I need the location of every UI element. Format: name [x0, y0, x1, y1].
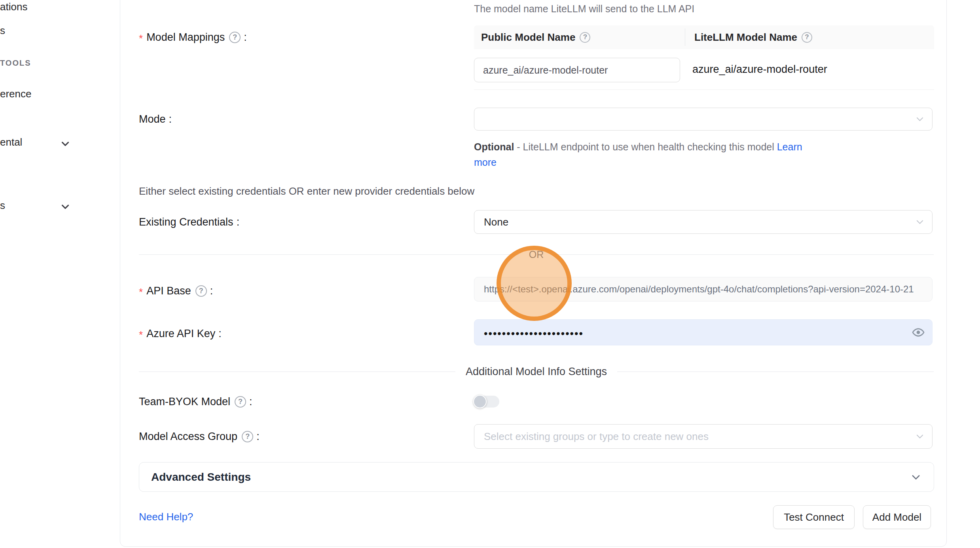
mode-select[interactable] [474, 108, 933, 131]
chevron-down-icon [915, 431, 925, 442]
table-row-divider [474, 89, 934, 90]
team-byok-label: Team-BYOK Model ? : [139, 396, 252, 408]
help-question-icon[interactable]: ? [580, 32, 590, 43]
add-model-button[interactable]: Add Model [863, 505, 931, 529]
column-divider [685, 28, 685, 46]
help-question-icon[interactable]: ? [235, 396, 246, 408]
chevron-down-icon[interactable] [59, 138, 71, 151]
model-access-group-input[interactable] [474, 425, 932, 448]
additional-info-divider: Additional Model Info Settings [139, 366, 934, 378]
toggle-knob [473, 395, 487, 408]
help-question-icon[interactable]: ? [195, 285, 207, 297]
required-asterisk: * [139, 284, 143, 298]
masked-password: •••••••••••••••••••••• [484, 326, 584, 339]
api-base-field[interactable]: https://<test>.openai.azure.com/openai/d… [474, 277, 933, 301]
add-model-page: ations s TOOLS erence ental s The model … [0, 0, 980, 548]
help-question-icon[interactable]: ? [802, 32, 812, 43]
azure-api-key-label: * Azure API Key : [139, 326, 222, 341]
public-model-name-input[interactable] [474, 58, 680, 82]
existing-credentials-label: Existing Credentials : [139, 216, 239, 228]
help-question-icon[interactable]: ? [229, 32, 241, 43]
sidebar-item[interactable]: erence [0, 88, 32, 100]
sidebar-section-label: TOOLS [0, 59, 31, 68]
team-byok-toggle[interactable] [474, 396, 499, 408]
existing-credentials-select[interactable]: None [474, 210, 933, 234]
mode-helper-text: Optional - LiteLLM endpoint to use when … [474, 139, 805, 170]
credentials-note: Either select existing credentials OR en… [139, 185, 474, 197]
chevron-down-icon [915, 114, 925, 124]
or-divider: OR [139, 249, 934, 260]
chevron-down-icon[interactable] [59, 201, 71, 214]
help-question-icon[interactable]: ? [242, 431, 253, 442]
eye-icon[interactable] [912, 326, 925, 339]
api-base-label: * API Base ? : [139, 284, 213, 298]
azure-api-key-field[interactable]: •••••••••••••••••••••• [474, 319, 933, 345]
mode-label: Mode : [139, 113, 172, 125]
public-model-name-header: Public Model Name ? [481, 31, 590, 44]
sidebar-item[interactable]: s [0, 199, 5, 212]
model-mapping-table-header: Public Model Name ? LiteLLM Model Name ? [474, 25, 934, 49]
litellm-model-name-value: azure_ai/azure-model-router [692, 63, 827, 76]
required-asterisk: * [139, 326, 143, 341]
model-access-group-label: Model Access Group ? : [139, 430, 260, 443]
sidebar-item[interactable]: ental [0, 136, 22, 148]
litellm-model-name-header: LiteLLM Model Name ? [694, 31, 812, 44]
need-help-link[interactable]: Need Help? [139, 511, 193, 523]
model-access-group-select[interactable] [474, 424, 933, 449]
sidebar-item[interactable]: s [0, 25, 5, 37]
test-connect-button[interactable]: Test Connect [773, 505, 855, 529]
model-mapping-hint: The model name LiteLLM will send to the … [474, 3, 694, 15]
chevron-down-icon [910, 471, 922, 483]
required-asterisk: * [139, 30, 143, 45]
model-mappings-label: * Model Mappings ? : [139, 30, 247, 45]
sidebar: ations s TOOLS erence ental s [0, 0, 120, 548]
chevron-down-icon [915, 217, 925, 227]
sidebar-item[interactable]: ations [0, 1, 27, 13]
advanced-settings-panel[interactable]: Advanced Settings [139, 462, 934, 492]
